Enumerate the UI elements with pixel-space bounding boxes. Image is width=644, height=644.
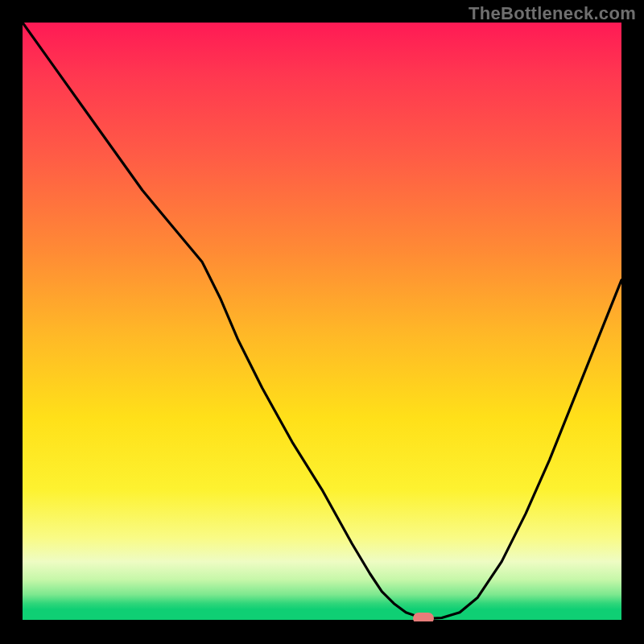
watermark-text: TheBottleneck.com (469, 3, 636, 24)
bottleneck-curve (23, 23, 621, 621)
curve-path (23, 23, 621, 618)
plot-area (23, 23, 621, 621)
optimal-marker-icon (413, 613, 434, 621)
chart-frame: TheBottleneck.com (0, 0, 644, 644)
